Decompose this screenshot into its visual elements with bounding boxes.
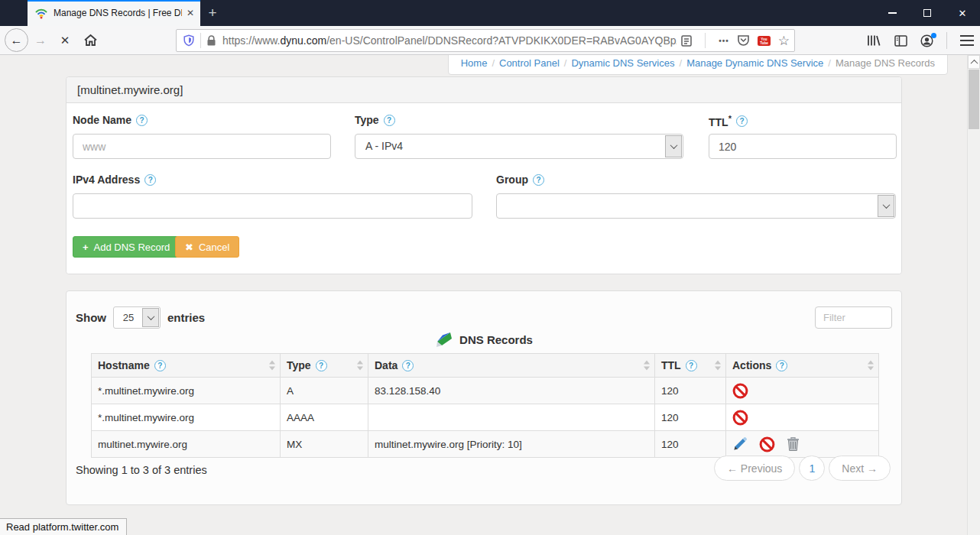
help-icon[interactable]: ? [686, 360, 697, 371]
minimize-icon [888, 12, 897, 14]
column-label: Actions [732, 359, 771, 371]
table-header-row: Hostname? Type? Data? TTL? Actions? [92, 354, 879, 378]
url-path: /en-US/ControlPanel/DDNSRecord?ATVPDKIKX… [326, 34, 677, 47]
toolbar-right [867, 26, 974, 55]
new-tab-button[interactable]: + [200, 0, 225, 26]
help-icon[interactable]: ? [144, 174, 156, 186]
padlock-icon[interactable] [206, 35, 216, 47]
dynu-wifi-favicon [35, 7, 47, 19]
breadcrumb-control-panel[interactable]: Control Panel [499, 57, 560, 69]
cell-type: AAAA [281, 404, 368, 431]
back-button[interactable]: ← [5, 28, 28, 52]
disable-record-icon[interactable] [759, 436, 775, 452]
x-icon: ✖ [185, 242, 193, 253]
forward-button[interactable]: → [28, 34, 53, 47]
cell-hostname: *.multinet.mywire.org [92, 404, 281, 431]
window-controls: ✕ [875, 0, 980, 26]
help-icon[interactable]: ? [776, 360, 787, 371]
help-icon[interactable]: ? [533, 174, 544, 186]
page-size-value: 25 [114, 312, 143, 323]
help-icon[interactable]: ? [384, 115, 395, 126]
group-select[interactable] [496, 193, 896, 219]
ttl-input[interactable] [709, 134, 897, 159]
help-icon[interactable]: ? [316, 360, 327, 371]
breadcrumb-separator: / [828, 57, 831, 69]
menu-icon[interactable] [960, 40, 974, 41]
browser-tab[interactable]: Manage DNS Records | Free DD ✕ [28, 0, 200, 26]
delete-record-icon[interactable] [787, 436, 800, 452]
dns-form-panel: [multinet.mywire.org] Node Name ? Type ?… [66, 76, 902, 274]
page-actions-icon[interactable]: ••• [719, 37, 729, 45]
breadcrumb-manage-ddns[interactable]: Manage Dynamic DNS Service [686, 57, 823, 69]
column-label: Hostname [98, 359, 150, 371]
url-text[interactable]: https://www.dynu.com/en-US/ControlPanel/… [222, 34, 677, 47]
edit-record-icon[interactable] [732, 436, 748, 452]
minimize-button[interactable] [875, 0, 910, 26]
help-icon[interactable]: ? [402, 360, 414, 371]
cell-type: A [281, 378, 368, 404]
help-icon[interactable]: ? [136, 115, 148, 126]
page-size-select[interactable]: 25 [113, 306, 161, 329]
table-row: multinet.mywire.org MX multinet.mywire.o… [92, 431, 879, 458]
column-label: Data [375, 359, 398, 371]
tab-close-icon[interactable]: ✕ [187, 8, 194, 18]
column-ttl[interactable]: TTL? [655, 354, 726, 378]
url-bar[interactable]: https://www.dynu.com/en-US/ControlPanel/… [176, 29, 795, 52]
close-button[interactable]: ✕ [945, 0, 980, 26]
scrollbar-thumb[interactable] [969, 70, 979, 129]
plus-icon: + [83, 242, 89, 253]
urlbar-divider [200, 33, 201, 48]
cancel-button[interactable]: ✖ Cancel [175, 236, 239, 258]
account-button[interactable] [920, 34, 933, 47]
previous-page-button[interactable]: ← Previous [714, 456, 795, 481]
reader-mode-icon[interactable] [681, 35, 692, 47]
url-protocol: https://www. [222, 34, 280, 47]
column-data[interactable]: Data? [368, 354, 655, 378]
add-dns-record-label: Add DNS Record [94, 242, 170, 253]
disable-record-icon[interactable] [732, 410, 748, 426]
next-page-button[interactable]: Next → [829, 456, 891, 481]
youtube-extension-icon[interactable]: You Tube [758, 36, 771, 46]
chevron-down-icon[interactable] [665, 135, 682, 157]
library-icon[interactable] [867, 34, 881, 47]
sidebar-icon[interactable] [894, 35, 907, 47]
help-icon[interactable]: ? [736, 115, 748, 127]
url-domain: dynu.com [280, 34, 326, 47]
ipv4-input[interactable] [73, 193, 472, 219]
maximize-icon [923, 9, 931, 17]
maximize-button[interactable] [910, 0, 945, 26]
pocket-icon[interactable] [737, 34, 750, 47]
vertical-scrollbar[interactable] [967, 55, 980, 535]
dns-records-table: Hostname? Type? Data? TTL? Actions? *.mu… [91, 353, 879, 458]
sort-icon [715, 361, 722, 371]
column-actions[interactable]: Actions? [726, 354, 879, 378]
breadcrumb-home[interactable]: Home [461, 57, 488, 69]
tracking-protection-shield-icon[interactable] [183, 34, 195, 47]
home-button[interactable] [77, 34, 103, 47]
help-icon[interactable]: ? [154, 360, 166, 371]
column-type[interactable]: Type? [281, 354, 368, 378]
entries-summary: Showing 1 to 3 of 3 entries [76, 464, 207, 476]
bookmark-star-icon[interactable]: ☆ [778, 34, 790, 47]
filter-input[interactable] [815, 306, 892, 329]
page-number-button[interactable]: 1 [799, 456, 825, 481]
titlebar: Manage DNS Records | Free DD ✕ + ✕ [0, 0, 980, 26]
group-label: Group ? [496, 173, 544, 186]
table-title-text: DNS Records [459, 333, 533, 346]
chevron-down-icon[interactable] [142, 308, 159, 327]
node-name-input[interactable] [73, 134, 331, 159]
chevron-down-icon[interactable] [878, 195, 894, 217]
scroll-up-arrow[interactable] [968, 55, 980, 69]
column-label: TTL [661, 359, 681, 371]
sort-icon [357, 361, 364, 371]
stop-button[interactable]: ✕ [53, 34, 77, 47]
add-dns-record-button[interactable]: + Add DNS Record [73, 236, 180, 258]
node-name-label-text: Node Name [73, 114, 131, 126]
disable-record-icon[interactable] [732, 383, 748, 399]
type-select[interactable]: A - IPv4 [355, 134, 683, 159]
column-hostname[interactable]: Hostname? [92, 354, 281, 378]
cell-ttl: 120 [655, 431, 726, 458]
sort-icon [644, 361, 651, 371]
table-row: *.multinet.mywire.org AAAA 120 [92, 404, 879, 431]
breadcrumb-ddns-services[interactable]: Dynamic DNS Services [571, 57, 674, 69]
